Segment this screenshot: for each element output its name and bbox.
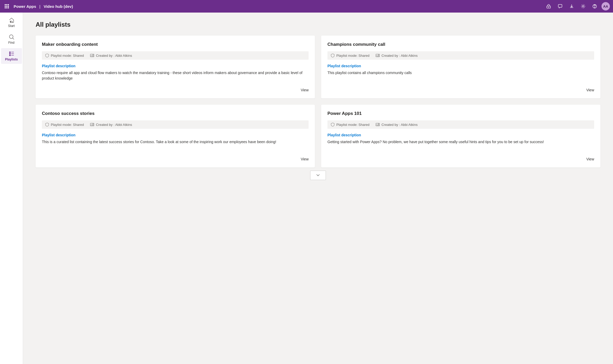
- nav-actions: AA: [544, 2, 610, 11]
- playlist-view-link-2[interactable]: View: [42, 157, 309, 161]
- svg-rect-20: [9, 55, 10, 56]
- sidebar-item-start[interactable]: Start: [1, 15, 22, 30]
- user-avatar[interactable]: AA: [601, 2, 610, 10]
- playlist-card-power-apps-101: Power Apps 101 Playlist mode: Shared Cre…: [321, 105, 600, 167]
- playlist-card-maker-onboarding: Maker onboarding content Playlist mode: …: [36, 36, 315, 98]
- svg-rect-1: [6, 4, 7, 5]
- playlist-card-champions-community: Champions community call Playlist mode: …: [321, 36, 600, 98]
- shield-icon-0: [45, 53, 49, 58]
- svg-rect-5: [8, 6, 9, 7]
- playlist-mode-3: Playlist mode: Shared: [331, 122, 369, 127]
- playlist-card-title-1: Champions community call: [327, 42, 594, 47]
- shield-icon-1: [331, 53, 335, 58]
- playlist-mode-2: Playlist mode: Shared: [45, 122, 84, 127]
- playlist-card-contoso-success: Contoso success stories Playlist mode: S…: [36, 105, 315, 167]
- playlist-desc-label-1[interactable]: Playlist description: [327, 64, 594, 68]
- playlist-creator-0: Created by : Abbi Atkins: [90, 53, 132, 58]
- sidebar-item-start-label: Start: [8, 24, 15, 28]
- page-title: All playlists: [36, 21, 600, 28]
- home-icon: [9, 17, 14, 23]
- svg-rect-18: [9, 53, 10, 54]
- store-icon[interactable]: [544, 2, 553, 11]
- svg-rect-2: [8, 4, 9, 5]
- main-content: All playlists Maker onboarding content P…: [23, 13, 613, 364]
- svg-rect-3: [5, 6, 6, 7]
- waffle-menu[interactable]: [3, 3, 10, 10]
- svg-point-10: [548, 7, 549, 8]
- svg-point-12: [582, 5, 584, 7]
- load-more-button[interactable]: [310, 171, 326, 180]
- search-icon: [9, 34, 14, 40]
- playlist-meta-1: Playlist mode: Shared Created by : Abbi …: [327, 51, 594, 60]
- help-icon[interactable]: [590, 2, 599, 11]
- svg-point-29: [378, 124, 379, 125]
- playlist-creator-2: Created by : Abbi Atkins: [90, 122, 132, 127]
- shield-icon-2: [45, 122, 49, 127]
- settings-icon[interactable]: [578, 2, 588, 11]
- top-navigation: Power Apps | Video hub (dev) AA: [0, 0, 613, 13]
- svg-rect-0: [5, 4, 6, 5]
- svg-point-14: [594, 7, 595, 8]
- sidebar-item-find-label: Find: [8, 41, 14, 44]
- playlist-meta-2: Playlist mode: Shared Created by : Abbi …: [42, 120, 309, 129]
- playlist-desc-label-0[interactable]: Playlist description: [42, 64, 309, 68]
- shield-icon-3: [331, 122, 335, 127]
- playlist-card-title-3: Power Apps 101: [327, 111, 594, 116]
- playlist-mode-1: Playlist mode: Shared: [331, 53, 369, 58]
- playlist-view-link-0[interactable]: View: [42, 88, 309, 92]
- image-icon-1: [376, 53, 380, 58]
- app-title: Power Apps | Video hub (dev): [14, 4, 73, 9]
- playlist-desc-text-0: Contoso require all app and cloud flow m…: [42, 70, 309, 84]
- svg-point-25: [378, 55, 379, 55]
- playlist-grid: Maker onboarding content Playlist mode: …: [36, 36, 600, 167]
- image-icon-0: [90, 53, 94, 58]
- playlist-desc-text-1: This playlist contains all champions com…: [327, 70, 594, 84]
- playlist-desc-text-2: This is a curated list containing the la…: [42, 139, 309, 153]
- sidebar: Start Find Playlists: [0, 13, 23, 364]
- playlist-meta-0: Playlist mode: Shared Created by : Abbi …: [42, 51, 309, 60]
- svg-rect-7: [6, 7, 7, 8]
- download-icon[interactable]: [567, 2, 576, 11]
- playlist-creator-3: Created by : Abbi Atkins: [376, 122, 417, 127]
- main-layout: Start Find Playlists All playlists: [0, 13, 613, 364]
- svg-point-27: [93, 124, 93, 125]
- playlists-icon: [9, 51, 14, 57]
- playlist-desc-label-3[interactable]: Playlist description: [327, 133, 594, 137]
- playlist-card-title-2: Contoso success stories: [42, 111, 309, 116]
- sidebar-item-find[interactable]: Find: [1, 31, 22, 47]
- sidebar-item-playlists-label: Playlists: [5, 58, 18, 61]
- svg-point-23: [93, 55, 93, 55]
- playlist-view-link-3[interactable]: View: [327, 157, 594, 161]
- svg-rect-16: [9, 52, 10, 53]
- playlist-desc-text-3: Getting started with Power Apps? No prob…: [327, 139, 594, 153]
- svg-rect-8: [8, 7, 9, 8]
- chevron-down-icon: [316, 173, 320, 177]
- svg-rect-11: [558, 4, 562, 7]
- load-more-section: [36, 167, 600, 185]
- playlist-mode-0: Playlist mode: Shared: [45, 53, 84, 58]
- sidebar-item-playlists[interactable]: Playlists: [1, 48, 22, 64]
- playlist-creator-1: Created by : Abbi Atkins: [376, 53, 417, 58]
- image-icon-2: [90, 122, 94, 127]
- playlist-card-title-0: Maker onboarding content: [42, 42, 309, 47]
- playlist-view-link-1[interactable]: View: [327, 88, 594, 92]
- playlist-desc-label-2[interactable]: Playlist description: [42, 133, 309, 137]
- svg-rect-4: [6, 6, 7, 7]
- playlist-meta-3: Playlist mode: Shared Created by : Abbi …: [327, 120, 594, 129]
- svg-rect-6: [5, 7, 6, 8]
- chat-icon[interactable]: [555, 2, 565, 11]
- image-icon-3: [376, 122, 380, 127]
- svg-point-15: [9, 35, 13, 38]
